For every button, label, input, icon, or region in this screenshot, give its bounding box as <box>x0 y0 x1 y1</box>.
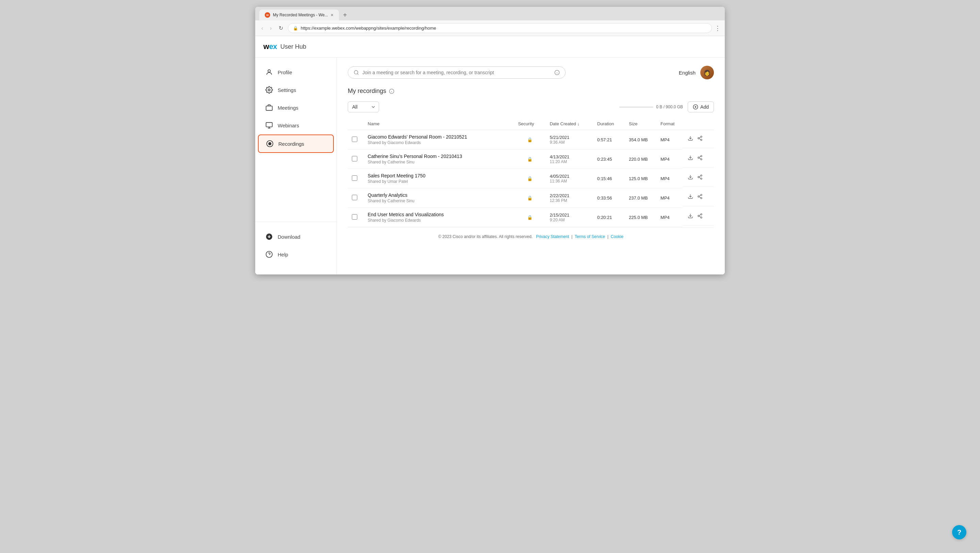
row-date: 2/22/2021 <box>550 193 589 198</box>
download-row-button[interactable] <box>686 134 695 144</box>
avatar-image: 👩 <box>700 66 714 79</box>
row-duration-cell: 0:23:45 <box>593 150 625 169</box>
row-name-cell: Giacomo Edwards' Personal Room - 2021052… <box>364 130 514 150</box>
svg-point-13 <box>698 137 699 139</box>
recording-shared-by: Shared by Giacomo Edwards <box>368 218 510 223</box>
download-row-button[interactable] <box>686 154 695 163</box>
sidebar-item-webinars[interactable]: Webinars <box>258 117 334 134</box>
svg-point-14 <box>701 139 702 141</box>
share-row-button[interactable] <box>696 154 704 163</box>
webex-wordmark: wex <box>263 42 277 51</box>
row-format-cell: MP4 <box>656 188 682 208</box>
th-size: Size <box>625 118 656 130</box>
sidebar: Profile Settings <box>255 57 337 274</box>
row-checkbox[interactable] <box>352 175 357 181</box>
row-duration-cell: 0:57:21 <box>593 130 625 150</box>
tab-close-button[interactable]: × <box>331 13 334 18</box>
privacy-link[interactable]: Privacy Statement <box>536 234 569 239</box>
add-button-label: Add <box>700 104 709 110</box>
svg-point-18 <box>701 175 702 176</box>
row-time: 11:36 AM <box>550 179 589 183</box>
cookie-link[interactable]: Cookie <box>611 234 624 239</box>
filter-dropdown[interactable]: All Mine Shared <box>348 102 379 112</box>
sidebar-item-meetings[interactable]: Meetings <box>258 99 334 116</box>
sidebar-label-download: Download <box>278 234 301 240</box>
share-row-button[interactable] <box>696 212 704 222</box>
download-icon <box>265 232 274 241</box>
row-format: MP4 <box>660 137 670 142</box>
svg-point-19 <box>698 176 699 178</box>
row-size-cell: 220.0 MB <box>625 150 656 169</box>
svg-point-12 <box>701 136 702 137</box>
share-row-button[interactable] <box>696 193 704 202</box>
share-row-button[interactable] <box>696 173 704 183</box>
row-checkbox[interactable] <box>352 156 357 161</box>
recording-name[interactable]: Quarterly Analytics <box>368 193 510 198</box>
row-format-cell: MP4 <box>656 208 682 227</box>
sidebar-item-download[interactable]: Download <box>258 228 334 245</box>
row-checkbox-cell <box>348 208 364 227</box>
row-format: MP4 <box>660 176 670 181</box>
row-date-cell: 2/15/2021 9:20 AM <box>546 208 593 227</box>
svg-point-23 <box>701 197 702 199</box>
recording-shared-by: Shared by Catherine Sinu <box>368 199 510 203</box>
lock-icon: 🔒 <box>293 26 298 31</box>
terms-link[interactable]: Terms of Service <box>575 234 605 239</box>
row-actions-cell <box>682 188 714 206</box>
back-button[interactable]: ‹ <box>259 24 265 33</box>
new-tab-button[interactable]: + <box>340 10 350 21</box>
sidebar-item-recordings[interactable]: Recordings <box>258 134 334 153</box>
row-duration: 0:15:46 <box>597 176 612 181</box>
row-duration-cell: 0:15:46 <box>593 169 625 188</box>
row-format: MP4 <box>660 196 670 201</box>
sidebar-item-settings[interactable]: Settings <box>258 81 334 99</box>
row-actions-cell <box>682 169 714 187</box>
svg-point-17 <box>701 158 702 160</box>
download-row-button[interactable] <box>686 193 695 202</box>
download-row-button[interactable] <box>686 212 695 222</box>
recording-shared-by: Shared by Umar Patel <box>368 179 510 184</box>
svg-point-24 <box>701 214 702 215</box>
row-security-cell: 🔒 <box>514 208 546 227</box>
row-checkbox-cell <box>348 188 364 208</box>
storage-bar <box>619 107 653 108</box>
row-checkbox[interactable] <box>352 137 357 142</box>
sidebar-item-help[interactable]: Help <box>258 246 334 263</box>
recording-name[interactable]: End User Metrics and Visualizations <box>368 212 510 217</box>
download-row-button[interactable] <box>686 173 695 183</box>
search-icon <box>353 70 359 75</box>
forward-button[interactable]: › <box>268 24 274 33</box>
search-input[interactable] <box>363 70 551 75</box>
add-button[interactable]: Add <box>688 102 714 112</box>
browser-tab[interactable]: w My Recorded Meetings - We... × <box>259 10 339 21</box>
row-checkbox[interactable] <box>352 195 357 200</box>
search-input-wrap[interactable] <box>348 66 566 79</box>
th-date-created[interactable]: Date Created ↓ <box>546 118 593 130</box>
row-actions-cell <box>682 208 714 226</box>
language-selector[interactable]: English <box>679 70 695 76</box>
recording-name[interactable]: Sales Report Meeting 1750 <box>368 173 510 178</box>
refresh-button[interactable]: ↻ <box>277 24 285 33</box>
share-row-button[interactable] <box>696 134 704 144</box>
row-format-cell: MP4 <box>656 169 682 188</box>
lock-icon: 🔒 <box>527 157 533 162</box>
recording-name[interactable]: Catherine Sinu's Personal Room - 2021041… <box>368 154 510 159</box>
svg-point-15 <box>701 155 702 157</box>
svg-point-8 <box>354 70 358 74</box>
recording-name[interactable]: Giacomo Edwards' Personal Room - 2021052… <box>368 134 510 140</box>
sidebar-label-meetings: Meetings <box>278 105 298 111</box>
row-format-cell: MP4 <box>656 150 682 169</box>
th-name: Name <box>364 118 514 130</box>
row-time: 12:36 PM <box>550 198 589 203</box>
avatar[interactable]: 👩 <box>700 66 714 79</box>
browser-more-button[interactable]: ⋮ <box>714 24 721 32</box>
address-bar[interactable]: 🔒 https://example.webex.com/webappng/sit… <box>288 23 712 33</box>
row-duration: 0:57:21 <box>597 137 612 142</box>
svg-rect-3 <box>266 123 272 127</box>
sidebar-label-help: Help <box>278 252 288 257</box>
sidebar-item-profile[interactable]: Profile <box>258 64 334 81</box>
svg-point-26 <box>701 217 702 218</box>
row-date: 2/15/2021 <box>550 212 589 218</box>
svg-point-0 <box>268 70 270 72</box>
row-checkbox[interactable] <box>352 214 357 220</box>
